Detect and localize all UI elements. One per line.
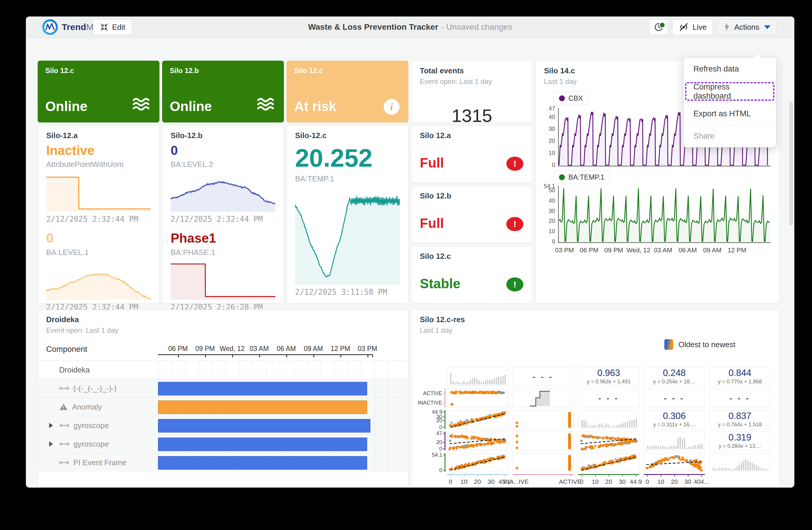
live-button[interactable]: Live — [672, 19, 713, 35]
matrix-cell-r1c4[interactable]: 0.248y = 0.254x + 18.... — [644, 367, 705, 386]
matrix-y-tick: 0 — [417, 446, 442, 452]
y-axis-labels: 47403020100 — [544, 108, 557, 166]
matrix-y-tick: 20 — [417, 439, 442, 445]
gantt-row: gyroscope — [38, 435, 408, 453]
gantt-row-label[interactable]: gyroscope — [38, 416, 158, 435]
gradient-swatch — [664, 339, 673, 350]
collapse-arrows-icon — [100, 23, 108, 31]
tick-mark — [372, 354, 373, 358]
matrix-cell-r5c4[interactable] — [644, 453, 705, 472]
gantt-row-plot — [158, 454, 399, 472]
expand-caret-icon[interactable] — [49, 441, 53, 447]
matrix-cell-r2c5[interactable]: - - - — [709, 389, 770, 407]
kpi-card-silo12b[interactable]: Silo-12.b 0 BA:LEVEL.2 2/12/2025 2:32:44… — [162, 125, 284, 304]
tick-mark — [443, 417, 446, 417]
x-tick: 03 PM — [555, 247, 574, 254]
gantt-row: Anomaly — [38, 398, 408, 416]
scrollbar-thumb[interactable] — [789, 102, 793, 225]
matrix-cell-r1c5[interactable]: 0.844y = 0.770x + 1.868 — [709, 367, 770, 386]
dashboard-title: Waste & Loss Prevention Tracker — [308, 23, 438, 32]
matrix-cell-r2c2[interactable] — [512, 389, 574, 407]
kpi-card-silo12a[interactable]: Silo-12.a Inactive AttributePointWithUom… — [38, 125, 159, 304]
alert-tile-silo12b[interactable]: Silo 12.b Full ! — [411, 186, 533, 243]
matrix-cell-r4c2[interactable] — [512, 432, 574, 450]
matrix-cell-r3c5[interactable]: 0.837y = 0.764x + 1.518 — [709, 410, 770, 429]
kpi-card-silo12c[interactable]: Silo-12.c 20.252 BA:TEMP.1 2/12/2025 3:1… — [287, 125, 408, 304]
metric-timestamp: 2/12/2025 2:32:44 PM — [171, 215, 275, 223]
matrix-cell-r2c3[interactable]: - - - — [578, 389, 639, 407]
menu-item-compress-dashboard[interactable]: Compress dashboard — [683, 80, 776, 102]
matrix-cell-r5c3[interactable] — [578, 453, 639, 472]
correlation-value: 0.844y = 0.770x + 1.868 — [710, 367, 770, 386]
gantt-bar[interactable] — [158, 437, 367, 451]
y-tick: 0 — [552, 238, 555, 245]
actions-button[interactable]: Actions — [717, 19, 777, 35]
metric-label: BA:LEVEL.2 — [171, 160, 275, 169]
matrix-cell-r5c1[interactable] — [447, 453, 508, 472]
matrix-cell-r5c5[interactable] — [709, 453, 770, 472]
expand-caret-icon[interactable] — [49, 423, 53, 428]
matrix-cell-r2c1[interactable] — [447, 389, 508, 407]
gantt-bar[interactable] — [158, 401, 367, 414]
tick-mark — [450, 474, 451, 477]
tick-mark — [340, 354, 341, 358]
vbar-plot — [513, 454, 574, 472]
lightning-icon — [723, 23, 731, 32]
corr-number: 0.306 — [663, 412, 686, 421]
matrix-cell-r3c4[interactable]: 0.306y = 0.311x + 16.... — [644, 410, 705, 429]
gantt-row-text: Anomaly — [72, 403, 102, 412]
legend-chip-cbx[interactable]: CBX — [553, 92, 589, 105]
x-tick: 09 PM — [604, 247, 623, 254]
y-tick: 20 — [549, 218, 555, 224]
matrix-cell-r4c1[interactable] — [447, 432, 508, 450]
matrix-cell-r1c2[interactable]: - - - — [512, 367, 574, 386]
matrix-x-tick: 20 — [605, 478, 612, 485]
legend-dot — [559, 95, 565, 101]
status-tile-silo12c-atrisk[interactable]: Silo 12.c At risk i — [287, 61, 408, 123]
status-tile-silo12c[interactable]: Silo 12.c Online — [38, 61, 159, 123]
sparkline — [46, 172, 151, 212]
matrix-cell-r4c5[interactable]: 0.319y = 0.284x + 13.... — [709, 432, 770, 450]
status-badge: Full — [420, 155, 444, 171]
gantt-bar[interactable] — [158, 382, 367, 395]
matrix-cell-r5c2[interactable] — [512, 453, 574, 472]
y-tick: 40 — [549, 197, 555, 204]
correlation-value: 0.963y = 0.963x + 1.491 — [578, 367, 639, 386]
gantt-row-label[interactable]: gyroscope — [38, 435, 158, 453]
corr-formula: y = 0.254x + 18.... — [653, 379, 696, 385]
matrix-cell-r1c1[interactable] — [447, 367, 508, 386]
status-tile-silo12b[interactable]: Silo 12.b Online — [162, 61, 284, 123]
gantt-bar[interactable] — [158, 456, 367, 470]
menu-item-refresh-data[interactable]: Refresh data — [683, 58, 776, 80]
legend-dot — [559, 174, 565, 180]
batemp1-chart[interactable]: 54.150403020100 — [544, 186, 770, 243]
matrix-x-tick: 10 — [461, 478, 467, 485]
edit-button[interactable]: Edit — [93, 19, 132, 35]
matrix-cell-r1c3[interactable]: 0.963y = 0.963x + 1.491 — [578, 367, 639, 386]
corr-number: 0.844 — [728, 368, 751, 378]
metric-timestamp: 2/12/2025 2:32:44 PM — [46, 215, 151, 223]
matrix-cell-r3c2[interactable] — [512, 410, 574, 429]
gantt-header: Component 06 PM09 PMWed, 1203 AM06 AM09 … — [38, 340, 408, 357]
card-title: Silo-12.a — [46, 131, 78, 140]
matrix-cell-r3c3[interactable] — [578, 410, 639, 429]
band-plot — [447, 389, 508, 407]
card-title: Silo 12.c — [420, 252, 451, 261]
tick-mark — [647, 474, 648, 477]
tick-mark — [443, 455, 446, 455]
alert-tile-silo12a[interactable]: Silo 12.a Full ! — [411, 125, 533, 183]
matrix-cell-r4c3[interactable] — [578, 432, 639, 450]
alert-tile-silo12c[interactable]: Silo 12.c Stable ! — [411, 246, 533, 304]
gantt-x-tick: 03 AM — [249, 345, 269, 353]
x-axis-labels: 03 PM06 PM09 PMWed, 1203 AM06 AM09 AM12 … — [558, 247, 770, 254]
legend-chip-batemp1[interactable]: BA:TEMP.1 — [553, 170, 610, 184]
tick-mark — [443, 442, 446, 443]
matrix-cell-r3c1[interactable] — [447, 410, 508, 429]
gantt-bar[interactable] — [158, 419, 371, 433]
menu-item-export-as-html[interactable]: Export as HTML — [683, 102, 776, 125]
metric-label: AttributePointWithUom — [46, 160, 151, 169]
schedule-button[interactable] — [649, 19, 668, 35]
matrix-cell-r2c4[interactable]: - - - — [644, 389, 705, 407]
total-events-card[interactable]: Total events Event open: Last 1 day 1315 — [411, 61, 533, 123]
matrix-cell-r4c4[interactable] — [644, 432, 705, 450]
